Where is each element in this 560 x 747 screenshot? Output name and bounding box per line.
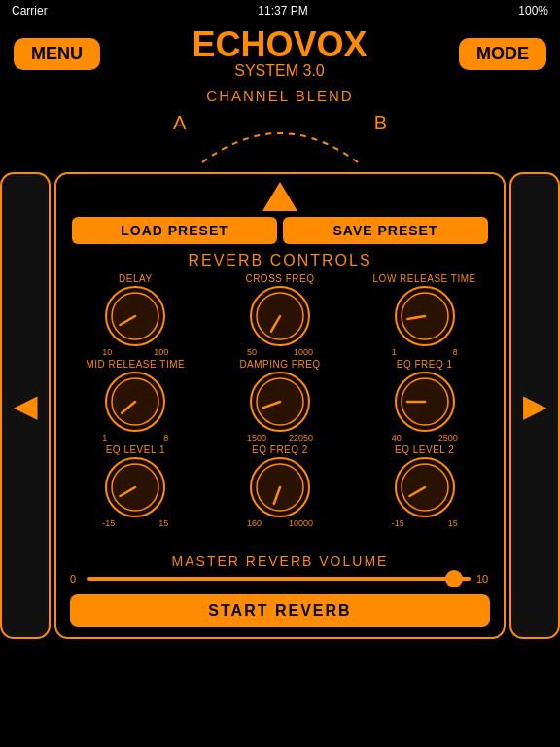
carrier-label: Carrier [12, 4, 48, 18]
knob-cell-3: MID RELEASE TIME18 [66, 359, 205, 443]
knob-range-3: 18 [102, 433, 168, 443]
start-btn-row: START REVERB [56, 588, 504, 637]
slider-max-label: 10 [476, 573, 490, 585]
slider-min-label: 0 [70, 573, 82, 585]
knob-cell-4: DAMPING FREQ150022050 [211, 359, 350, 443]
knob-grid: DELAY10100CROSS FREQ501000LOW RELEASE TI… [66, 273, 494, 528]
volume-slider-track[interactable] [88, 577, 471, 581]
knob-range-6: -1515 [102, 518, 168, 528]
right-arrow-icon[interactable]: ▶ [523, 387, 547, 424]
load-preset-button[interactable]: LOAD PRESET [72, 217, 277, 244]
knob-svg-6[interactable] [105, 457, 165, 517]
knob-range-8: -1515 [392, 518, 458, 528]
status-bar: Carrier 11:37 PM 100% [0, 0, 560, 21]
knob-svg-8[interactable] [395, 457, 455, 517]
knob-svg-5[interactable] [395, 372, 455, 432]
channel-b-label: B [374, 112, 387, 134]
channel-arc-svg [183, 104, 377, 172]
app-subtitle: SYSTEM 3.0 [192, 62, 367, 80]
left-side-panel: ◀ [0, 172, 51, 639]
knob-label-4: DAMPING FREQ [239, 359, 320, 370]
channel-blend-section: CHANNEL BLEND A B [0, 88, 560, 172]
knob-label-7: EQ FREQ 2 [252, 445, 308, 455]
knob-cell-1: CROSS FREQ501000 [211, 273, 350, 357]
knob-label-1: CROSS FREQ [245, 273, 314, 284]
slider-row: 0 10 [70, 573, 490, 585]
save-preset-button[interactable]: SAVE PRESET [283, 217, 488, 244]
reverb-section: REVERB CONTROLS DELAY10100CROSS FREQ5010… [56, 252, 504, 548]
knob-range-0: 10100 [102, 347, 168, 357]
knob-range-4: 150022050 [247, 433, 313, 443]
main-area: ◀ LOAD PRESET SAVE PRESET REVERB CONTROL… [0, 172, 560, 639]
knob-svg-0[interactable] [105, 286, 165, 346]
knob-range-1: 501000 [247, 347, 313, 357]
knob-label-3: MID RELEASE TIME [86, 359, 185, 370]
header: MENU ECHOVOX SYSTEM 3.0 MODE [0, 21, 560, 84]
left-arrow-icon[interactable]: ◀ [14, 387, 38, 424]
triangle-up-icon [262, 182, 298, 211]
knob-svg-4[interactable] [250, 372, 310, 432]
battery-label: 100% [518, 4, 548, 18]
start-reverb-button[interactable]: START REVERB [70, 594, 490, 627]
time-label: 11:37 PM [258, 4, 307, 18]
knob-cell-8: EQ LEVEL 2-1515 [355, 445, 494, 528]
knob-cell-7: EQ FREQ 216010000 [211, 445, 350, 528]
volume-slider-thumb[interactable] [445, 570, 463, 587]
knob-svg-3[interactable] [105, 372, 165, 432]
preset-row: LOAD PRESET SAVE PRESET [56, 217, 504, 252]
knob-range-2: 18 [392, 347, 458, 357]
knob-label-0: DELAY [119, 273, 153, 284]
right-side-panel: ▶ [509, 172, 560, 639]
master-volume-section: MASTER REVERB VOLUME 0 10 [56, 548, 504, 588]
knob-svg-1[interactable] [250, 286, 310, 346]
knob-cell-5: EQ FREQ 1402500 [355, 359, 494, 443]
knob-cell-2: LOW RELEASE TIME18 [355, 273, 494, 357]
triangle-row [56, 174, 504, 217]
knob-label-2: LOW RELEASE TIME [373, 273, 476, 284]
app-name: ECHOVOX [192, 27, 367, 62]
app-title: ECHOVOX SYSTEM 3.0 [192, 27, 367, 80]
knob-label-6: EQ LEVEL 1 [106, 445, 165, 455]
knob-range-7: 16010000 [247, 518, 313, 528]
menu-button[interactable]: MENU [14, 38, 100, 70]
mode-button[interactable]: MODE [459, 38, 546, 70]
knob-cell-6: EQ LEVEL 1-1515 [66, 445, 205, 528]
center-panel: LOAD PRESET SAVE PRESET REVERB CONTROLS … [54, 172, 506, 639]
knob-label-5: EQ FREQ 1 [397, 359, 453, 370]
channel-blend-label: CHANNEL BLEND [0, 88, 560, 104]
master-volume-label: MASTER REVERB VOLUME [70, 553, 490, 569]
knob-cell-0: DELAY10100 [66, 273, 205, 357]
knob-range-5: 402500 [392, 433, 458, 443]
reverb-title: REVERB CONTROLS [66, 252, 494, 269]
channel-arc-container: A B [154, 104, 406, 172]
knob-svg-7[interactable] [250, 457, 310, 517]
knob-label-8: EQ LEVEL 2 [395, 445, 454, 455]
knob-svg-2[interactable] [395, 286, 455, 346]
